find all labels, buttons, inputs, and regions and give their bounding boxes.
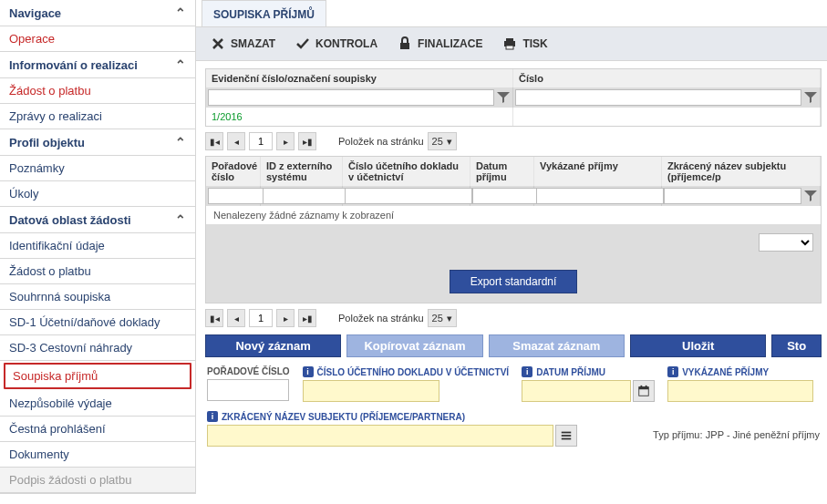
save-button[interactable]: Uložit: [630, 334, 766, 357]
svg-rect-7: [646, 386, 647, 388]
sidebar-item-zadost2[interactable]: Žádost o platbu: [0, 259, 195, 284]
col-idext: ID z externího systému: [261, 157, 343, 186]
filter-icon[interactable]: [803, 90, 818, 105]
typ-prijmu: Typ příjmu: JPP - Jiné peněžní příjmy: [653, 428, 820, 441]
pager-next[interactable]: ▸: [276, 309, 295, 327]
form-row1: POŘADOVÉ ČÍSLO i ČÍSLO ÚČETNÍHO DOKLADU …: [200, 363, 827, 406]
sidebar-item-label: Operace: [9, 32, 55, 46]
toolbar: SMAZAT KONTROLA FINALIZACE TISK: [196, 27, 827, 61]
pager-per-page[interactable]: 25 ▾: [428, 132, 457, 150]
cancel-button[interactable]: Sto: [771, 334, 822, 357]
action-row: Nový záznam Kopírovat záznam Smazat zázn…: [205, 334, 822, 357]
delete-button[interactable]: SMAZAT: [202, 31, 284, 57]
chevron-up-icon: ⌃: [175, 212, 186, 227]
check-button[interactable]: KONTROLA: [286, 31, 387, 57]
pager-prev[interactable]: ◂: [227, 132, 245, 150]
print-button[interactable]: TISK: [493, 31, 556, 57]
sidebar-item-sd3[interactable]: SD-3 Cestovní náhrady: [0, 335, 195, 361]
svg-rect-5: [639, 387, 649, 390]
print-icon: [502, 36, 517, 51]
sidebar-item-souhrnna[interactable]: Souhrnná soupiska: [0, 284, 195, 310]
pager-next[interactable]: ▸: [276, 132, 295, 150]
input-cislo-doklad[interactable]: [303, 380, 439, 402]
pager-last[interactable]: ▸▮: [298, 309, 316, 327]
tabs: SOUPISKA PŘÍJMŮ: [196, 0, 827, 27]
finalize-button[interactable]: FINALIZACE: [388, 31, 491, 57]
input-zkraceny[interactable]: [207, 425, 553, 447]
field-cislo-doklad: i ČÍSLO ÚČETNÍHO DOKLADU V ÚČETNICTVÍ: [303, 366, 510, 402]
sidebar-item-informovani[interactable]: Informování o realizaci ⌃: [0, 52, 195, 78]
delete-record-button[interactable]: Smazat záznam: [489, 334, 625, 357]
sidebar-item-label: SD-3 Cestovní náhrady: [9, 341, 132, 355]
sidebar-item-datova[interactable]: Datová oblast žádosti ⌃: [0, 207, 195, 233]
chevron-up-icon: ⌃: [175, 5, 186, 20]
pager-first[interactable]: ▮◂: [205, 309, 223, 327]
export-select[interactable]: [759, 233, 813, 252]
tab-soupiska[interactable]: SOUPISKA PŘÍJMŮ: [202, 0, 326, 26]
pager-per-page[interactable]: 25 ▾: [428, 309, 457, 327]
list-picker-button[interactable]: [555, 425, 577, 447]
check-label: KONTROLA: [315, 37, 377, 50]
sidebar-item-label: Informování o realizaci: [9, 58, 138, 72]
svg-rect-3: [506, 46, 513, 49]
sidebar-item-nezpusobile[interactable]: Nezpůsobilé výdaje: [0, 391, 195, 417]
sidebar-item-sd1[interactable]: SD-1 Účetní/daňové doklady: [0, 310, 195, 335]
export-button[interactable]: Export standardní: [450, 270, 578, 293]
sidebar-item-label: Poznámky: [9, 161, 65, 175]
grid-soupiska: Evidenční číslo/označení soupisky Číslo …: [205, 68, 822, 127]
sidebar-item-zadost-platbu[interactable]: Žádost o platbu: [0, 78, 195, 104]
sidebar-item-label: Čestná prohlášení: [9, 422, 106, 436]
pager-label: Položek na stránku: [338, 313, 424, 324]
export-row: [206, 224, 821, 261]
sidebar-item-soupiska-prijmu[interactable]: Soupiska příjmů: [4, 363, 191, 389]
input-datum[interactable]: [522, 380, 631, 402]
sidebar-item-zpravy[interactable]: Zprávy o realizaci: [0, 104, 195, 129]
sidebar-item-poznamky[interactable]: Poznámky: [0, 156, 195, 181]
filter-doklad[interactable]: [345, 188, 472, 204]
sidebar-item-label: Datová oblast žádosti: [9, 213, 131, 227]
print-label: TISK: [522, 37, 547, 50]
col-cislo-doklad: Číslo účetního dokladu v účetnictví: [343, 157, 470, 186]
sidebar-item-dokumenty[interactable]: Dokumenty: [0, 442, 195, 468]
sidebar-item-operace[interactable]: Operace: [0, 26, 195, 52]
calendar-icon: [637, 385, 650, 397]
input-poradove[interactable]: [207, 379, 289, 401]
sidebar-item-cestna[interactable]: Čestná prohlášení: [0, 417, 195, 442]
filter-subjekt[interactable]: [664, 188, 801, 204]
pager-page-input[interactable]: [249, 309, 273, 327]
copy-record-button[interactable]: Kopírovat záznam: [346, 334, 482, 357]
sidebar-item-label: Dokumenty: [9, 447, 69, 461]
cell-cislo: [513, 108, 821, 126]
sidebar-item-ukoly[interactable]: Úkoly: [0, 181, 195, 207]
filter-vykazane[interactable]: [536, 188, 664, 204]
filter-icon[interactable]: [803, 189, 818, 203]
sidebar-item-label: Žádost o platbu: [9, 84, 91, 98]
pager-last[interactable]: ▸▮: [298, 132, 316, 150]
sidebar-item-profil[interactable]: Profil objektu ⌃: [0, 129, 195, 156]
svg-rect-8: [562, 432, 572, 434]
new-record-button[interactable]: Nový záznam: [205, 334, 341, 357]
label-datum: i DATUM PŘÍJMU: [522, 366, 655, 377]
pager-top: ▮◂ ◂ ▸ ▸▮ Položek na stránku 25 ▾: [205, 132, 822, 150]
calendar-button[interactable]: [633, 380, 655, 402]
table-row[interactable]: 1/2016: [206, 108, 821, 126]
svg-rect-0: [400, 43, 409, 49]
cell-evidencni[interactable]: 1/2016: [206, 108, 513, 126]
label-vykazane: i VYKÁZANÉ PŘÍJMY: [667, 366, 813, 377]
filter-evidencni[interactable]: [208, 89, 494, 106]
filter-icon[interactable]: [496, 90, 511, 105]
pager-page-input[interactable]: [249, 132, 273, 150]
filter-cislo[interactable]: [515, 89, 801, 106]
pager-prev[interactable]: ◂: [227, 309, 245, 327]
sidebar-item-navigace[interactable]: Navigace ⌃: [0, 0, 195, 26]
info-icon: i: [522, 366, 532, 377]
info-icon: i: [303, 366, 314, 377]
sidebar-item-identifikacni[interactable]: Identifikační údaje: [0, 233, 195, 259]
sidebar-item-label: Identifikační údaje: [9, 239, 105, 252]
input-vykazane[interactable]: [667, 380, 813, 402]
grid-prijmy: Pořadové číslo ID z externího systému Čí…: [205, 156, 822, 303]
pager-first[interactable]: ▮◂: [205, 132, 223, 150]
content: Evidenční číslo/označení soupisky Číslo …: [196, 61, 827, 452]
sidebar-item-label: Podpis žádosti o platbu: [9, 473, 131, 487]
sidebar-item-label: Profil objektu: [9, 136, 85, 149]
